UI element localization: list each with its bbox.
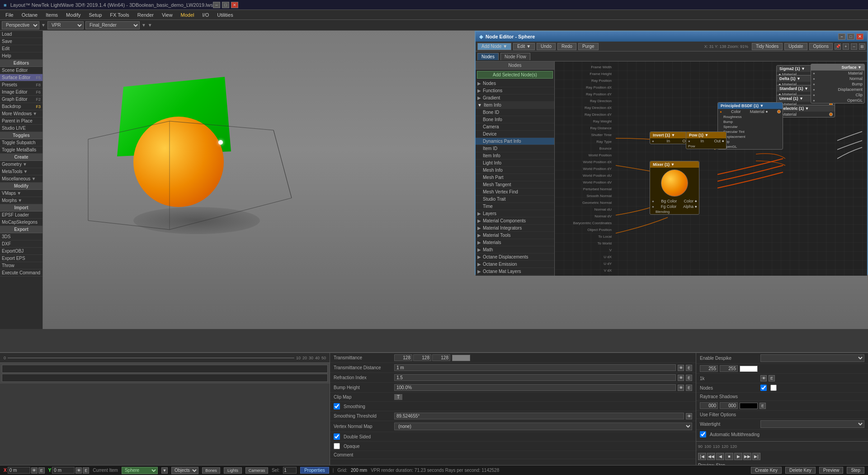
frame-prev-1-btn[interactable]: ◀	[716, 453, 724, 460]
sidebar-save[interactable]: Save	[0, 38, 42, 45]
menu-setup[interactable]: Setup	[85, 11, 106, 19]
item-device[interactable]: Device	[476, 131, 554, 138]
sidebar-backdrop[interactable]: Backdrop F3	[0, 103, 42, 110]
current-item-select[interactable]: Sphere	[122, 467, 158, 474]
frame-stop-btn[interactable]: ■	[725, 453, 733, 460]
sidebar-dxf[interactable]: DXF	[0, 240, 42, 248]
node-surface[interactable]: Surface ▼ ● Material ● Normal ● Bump ●	[811, 64, 865, 103]
ne-add-node-btn[interactable]: Add Node ▼	[477, 43, 511, 50]
render-preset-dropdown[interactable]: Final_Render	[85, 21, 140, 29]
shadow-e[interactable]: E	[760, 403, 766, 409]
val-255-a[interactable]	[700, 365, 718, 372]
ne-zoom-out-btn[interactable]: –	[851, 43, 857, 50]
menu-utilities[interactable]: Utilities	[213, 11, 236, 19]
category-material-components[interactable]: ▶ Material Components	[476, 217, 554, 225]
watertight-select[interactable]	[760, 420, 864, 428]
sidebar-surface-editor[interactable]: Surface Editor F5	[0, 74, 42, 81]
menu-file[interactable]: File	[2, 11, 17, 19]
item-mesh-info[interactable]: Mesh Info	[476, 167, 554, 174]
y-eye[interactable]: 👁	[75, 467, 82, 474]
sidebar-presets[interactable]: Presets F8	[0, 81, 42, 89]
ne-purge-btn[interactable]: Purge	[578, 43, 599, 50]
shadow-swatch[interactable]	[740, 403, 758, 409]
nodes-checkbox-2[interactable]	[770, 385, 777, 391]
menu-octane[interactable]: Octane	[18, 11, 41, 19]
toolbar-expand-btn[interactable]: ▼	[142, 23, 146, 28]
val-255-b[interactable]	[720, 365, 738, 372]
node-principled-bsdf[interactable]: Principled BSDF (1) ▼ ● Color Material ●…	[717, 102, 783, 150]
step-btn[interactable]: Step	[847, 467, 864, 474]
transmittance-r[interactable]	[394, 354, 412, 361]
category-math[interactable]: ▶ Math	[476, 246, 554, 254]
refraction-index-e[interactable]: E	[686, 375, 692, 381]
ne-options-btn[interactable]: Options	[809, 43, 833, 50]
category-octane-displacements[interactable]: ▶ Octane Displacements	[476, 254, 554, 261]
sidebar-scene-editor[interactable]: Scene Editor	[0, 67, 42, 74]
ne-update-btn[interactable]: Update	[784, 43, 807, 50]
nodes-checkbox[interactable]	[760, 385, 767, 391]
vpr-dropdown[interactable]: VPR	[47, 21, 84, 29]
category-octane-mat-layers[interactable]: ▶ Octane Mat Layers	[476, 268, 554, 275]
category-gradient[interactable]: ▶ Gradient	[476, 94, 554, 102]
ne-fit-btn[interactable]: ⊞	[859, 43, 865, 50]
shadow-000-b[interactable]	[720, 402, 738, 409]
transmittance-distance-eye[interactable]: 👁	[678, 365, 684, 371]
smoothing-checkbox[interactable]	[334, 403, 340, 409]
ne-tidy-nodes-btn[interactable]: Tidy Nodes	[752, 43, 783, 50]
create-key-btn[interactable]: Create Key	[751, 467, 782, 474]
frame-last-btn[interactable]: ▶|	[752, 453, 760, 460]
ne-close[interactable]: ✕	[856, 33, 863, 40]
item-time[interactable]: Time	[476, 203, 554, 210]
sidebar-studio-live[interactable]: Studio LIVE	[0, 125, 42, 132]
menu-io[interactable]: I/O	[199, 11, 213, 19]
menu-render[interactable]: Render	[134, 11, 157, 19]
properties-btn[interactable]: Properties	[300, 467, 329, 474]
sidebar-morphs[interactable]: Morphs ▼	[0, 197, 42, 204]
auto-multithread-checkbox[interactable]	[700, 431, 706, 437]
sidebar-more-windows[interactable]: More Windows ▼	[0, 110, 42, 118]
sidebar-miscellaneous[interactable]: Miscellaneous ▼	[0, 175, 42, 183]
category-material-tools[interactable]: ▶ Material Tools	[476, 232, 554, 239]
val-255-swatch[interactable]	[740, 366, 758, 372]
current-item-dropdown[interactable]: ▼	[161, 467, 168, 474]
smoothing-threshold-eye[interactable]: 👁	[686, 413, 692, 419]
preview-btn[interactable]: Preview	[819, 467, 844, 474]
smoothing-threshold-input[interactable]	[394, 413, 684, 419]
transmittance-g[interactable]	[413, 354, 431, 361]
objects-select[interactable]: Objects	[171, 467, 198, 474]
node-dielectric[interactable]: Dielectric (1) ▼ ● Material	[776, 105, 835, 118]
frame-first-btn[interactable]: |◀	[698, 453, 706, 460]
view-type-dropdown[interactable]: Perspective	[2, 21, 39, 29]
sidebar-mocap[interactable]: MoCapSkelegons	[0, 219, 42, 226]
delete-key-btn[interactable]: Delete Key	[785, 467, 816, 474]
category-nodes[interactable]: ▶ Nodes	[476, 80, 554, 87]
category-octane-emission[interactable]: ▶ Octane Emission	[476, 261, 554, 268]
category-material-integrators[interactable]: ▶ Material Integrators	[476, 225, 554, 232]
category-functions[interactable]: ▶ Functions	[476, 87, 554, 94]
sidebar-export-eps[interactable]: Export EPS	[0, 255, 42, 262]
sidebar-image-editor[interactable]: Image Editor F6	[0, 89, 42, 96]
sidebar-epsf-loader[interactable]: EPSF Loader	[0, 212, 42, 219]
transmittance-distance-input[interactable]	[394, 364, 676, 371]
refraction-index-eye[interactable]: 👁	[678, 375, 684, 381]
item-mesh-tangent[interactable]: Mesh Tangent	[476, 181, 554, 188]
lights-btn[interactable]: Lights	[224, 467, 242, 474]
menu-items[interactable]: Items	[42, 11, 61, 19]
sidebar-vmaps[interactable]: VMaps ▼	[0, 190, 42, 197]
sidebar-graph-editor[interactable]: Graph Editor F2	[0, 96, 42, 103]
vertex-normal-map-select[interactable]: (none)	[394, 423, 692, 430]
transmittance-distance-e[interactable]: E	[686, 365, 692, 371]
sidebar-metatools[interactable]: MetaTools ▼	[0, 168, 42, 175]
item-bone-info[interactable]: Bone Info	[476, 116, 554, 123]
sidebar-edit[interactable]: Edit	[0, 45, 42, 52]
item-mesh-part[interactable]: Mesh Part	[476, 174, 554, 181]
bump-height-e[interactable]: E	[686, 385, 692, 391]
tab-node-flow[interactable]: Node Flow	[500, 53, 530, 60]
item-studio-trait[interactable]: Studio Trait	[476, 196, 554, 203]
ne-minimize[interactable]: –	[838, 33, 845, 40]
ne-undo-btn[interactable]: Undo	[537, 43, 556, 50]
item-bone-id[interactable]: Bone ID	[476, 109, 554, 116]
bump-height-eye[interactable]: 👁	[678, 385, 684, 391]
sidebar-parent-in-place[interactable]: Parent in Place	[0, 118, 42, 125]
bump-height-input[interactable]	[394, 384, 676, 391]
